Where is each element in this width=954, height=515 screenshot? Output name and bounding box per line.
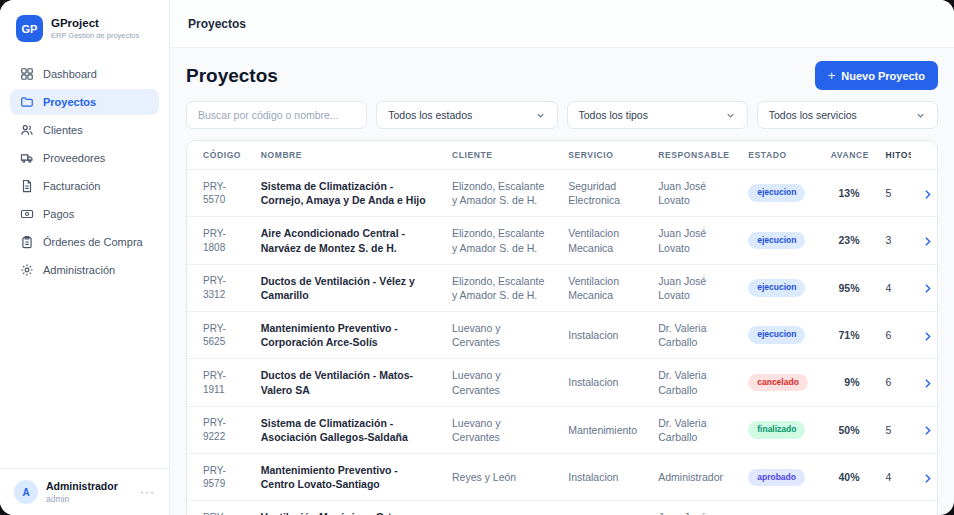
row-open-button[interactable] <box>911 170 937 217</box>
chevron-down-icon <box>535 110 546 121</box>
table-row[interactable]: PRY-9579 Mantenimiento Preventivo - Cent… <box>187 454 937 501</box>
cell-responsable: Dr. Valeria Carballo <box>648 312 738 359</box>
user-name: Administrador <box>46 480 118 493</box>
brand-text: GProject ERP Gestión de proyectos <box>51 17 139 40</box>
sidebar-item-dashboard[interactable]: Dashboard <box>10 61 159 87</box>
sidebar-item-proyectos[interactable]: Proyectos <box>10 89 159 115</box>
cell-responsable: Dr. Valeria Carballo <box>648 406 738 453</box>
cell-cliente: Luevano y Cervantes <box>442 406 558 453</box>
cell-nombre: Mantenimiento Preventivo - Centro Lovato… <box>251 454 442 501</box>
sidebar-nav: Dashboard Proyectos Clientes Proveedores… <box>0 55 169 289</box>
cell-hitos: 3 <box>870 501 911 515</box>
table-row[interactable]: PRY-1911 Ductos de Ventilación - Matos-V… <box>187 359 937 406</box>
row-open-button[interactable] <box>911 359 937 406</box>
table-body: PRY-5570 Sistema de Climatización - Corn… <box>187 170 937 515</box>
sidebar-item-clientes[interactable]: Clientes <box>10 117 159 143</box>
table-row[interactable]: PRY-5625 Mantenimiento Preventivo - Corp… <box>187 312 937 359</box>
cell-estado: ejecucion <box>738 170 821 217</box>
status-badge: ejecucion <box>748 232 805 249</box>
chevron-right-icon <box>921 330 934 343</box>
cell-estado: ejecucion <box>738 264 821 311</box>
estado-filter-value: Todos los estados <box>388 109 472 121</box>
status-badge: finalizado <box>748 421 805 438</box>
chevron-right-icon <box>921 424 934 437</box>
row-open-button[interactable] <box>911 454 937 501</box>
row-open-button[interactable] <box>911 501 937 515</box>
new-project-button[interactable]: + Nuevo Proyecto <box>815 61 938 90</box>
servicio-filter-value: Todos los servicios <box>769 109 857 121</box>
cell-nombre: Sistema de Climatización - Cornejo, Amay… <box>251 170 442 217</box>
table-row[interactable]: PRY-1808 Aire Acondicionado Central - Na… <box>187 217 937 264</box>
row-open-button[interactable] <box>911 217 937 264</box>
sidebar: GP GProject ERP Gestión de proyectos Das… <box>0 0 170 515</box>
table-row[interactable]: PRY-9222 Sistema de Climatización - Asoc… <box>187 406 937 453</box>
cell-servicio: Instalacion <box>558 312 648 359</box>
chevron-down-icon <box>725 110 736 121</box>
sidebar-item-ordenes-compra[interactable]: Órdenes de Compra <box>10 229 159 255</box>
search-input[interactable] <box>186 101 367 129</box>
cell-nombre: Sistema de Climatización - Asociación Ga… <box>251 406 442 453</box>
cell-nombre: Ductos de Ventilación - Matos-Valero SA <box>251 359 442 406</box>
truck-icon <box>20 151 34 165</box>
col-nombre: NOMBRE <box>251 141 442 170</box>
sidebar-item-proveedores[interactable]: Proveedores <box>10 145 159 171</box>
sidebar-item-administracion[interactable]: Administración <box>10 257 159 283</box>
title-row: Proyectos + Nuevo Proyecto <box>186 61 938 90</box>
cell-codigo: PRY-3312 <box>187 264 251 311</box>
cell-avance: 9% <box>821 359 870 406</box>
sidebar-item-label: Dashboard <box>43 68 97 80</box>
main-area: Proyectos Proyectos + Nuevo Proyecto Tod… <box>170 0 954 515</box>
row-open-button[interactable] <box>911 264 937 311</box>
cell-responsable: Juan José Lovato <box>648 501 738 515</box>
cell-responsable: Dr. Valeria Carballo <box>648 359 738 406</box>
chevron-right-icon <box>921 188 934 201</box>
table-row[interactable]: PRY-3312 Ductos de Ventilación - Vélez y… <box>187 264 937 311</box>
cell-codigo: PRY-9579 <box>187 454 251 501</box>
sidebar-item-label: Clientes <box>43 124 83 136</box>
table-row[interactable]: PRY-5570 Sistema de Climatización - Corn… <box>187 170 937 217</box>
servicio-filter-select[interactable]: Todos los servicios <box>757 101 938 129</box>
dashboard-icon <box>20 67 34 81</box>
table-row[interactable]: PRY-0956 Ventilación Mecánica - Orta y D… <box>187 501 937 515</box>
row-open-button[interactable] <box>911 406 937 453</box>
cell-estado: ejecucion <box>738 217 821 264</box>
invoice-icon <box>20 179 34 193</box>
cell-avance: 40% <box>821 454 870 501</box>
app-logo-icon: GP <box>16 15 43 42</box>
cell-hitos: 6 <box>870 312 911 359</box>
col-servicio: SERVICIO <box>558 141 648 170</box>
sidebar-item-pagos[interactable]: Pagos <box>10 201 159 227</box>
user-menu-button[interactable]: ··· <box>140 485 155 499</box>
cell-hitos: 5 <box>870 406 911 453</box>
cell-estado: aprobado <box>738 454 821 501</box>
projects-table: CÓDIGO NOMBRE CLIENTE SERVICIO RESPONSAB… <box>187 141 937 515</box>
cell-hitos: 4 <box>870 264 911 311</box>
cell-cliente: Elizondo, Escalante y Amador S. de H. <box>442 217 558 264</box>
cell-cliente: Luevano y Cervantes <box>442 312 558 359</box>
status-badge: cancelado <box>748 374 808 391</box>
cell-avance: 23% <box>821 217 870 264</box>
cell-codigo: PRY-1808 <box>187 217 251 264</box>
plus-icon: + <box>828 69 836 82</box>
cell-avance: 50% <box>821 406 870 453</box>
estado-filter-select[interactable]: Todos los estados <box>376 101 557 129</box>
col-cliente: CLIENTE <box>442 141 558 170</box>
cell-responsable: Juan José Lovato <box>648 217 738 264</box>
user-role: admin <box>46 494 118 504</box>
banknote-icon <box>20 207 34 221</box>
row-open-button[interactable] <box>911 312 937 359</box>
cell-codigo: PRY-0956 <box>187 501 251 515</box>
col-actions <box>911 141 937 170</box>
cell-cliente: Elizondo, Escalante y Amador S. de H. <box>442 264 558 311</box>
cell-nombre: Ductos de Ventilación - Vélez y Camarill… <box>251 264 442 311</box>
chevron-right-icon <box>921 472 934 485</box>
cell-codigo: PRY-5570 <box>187 170 251 217</box>
status-badge: aprobado <box>748 469 805 486</box>
col-codigo: CÓDIGO <box>187 141 251 170</box>
cell-estado: finalizado <box>738 501 821 515</box>
tipo-filter-select[interactable]: Todos los tipos <box>567 101 748 129</box>
cell-servicio: Ventilacion Mecanica <box>558 264 648 311</box>
col-estado: ESTADO <box>738 141 821 170</box>
sidebar-item-facturacion[interactable]: Facturación <box>10 173 159 199</box>
cell-responsable: Juan José Lovato <box>648 264 738 311</box>
